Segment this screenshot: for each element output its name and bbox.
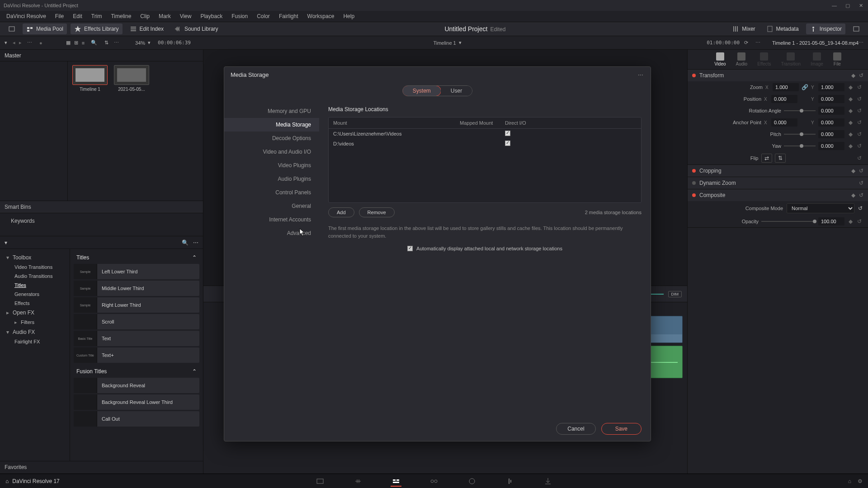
keyframe-icon[interactable]: ◆ bbox=[851, 192, 855, 198]
direct-io-checkbox[interactable] bbox=[505, 141, 510, 146]
side-control-panels[interactable]: Control Panels bbox=[224, 186, 319, 199]
smartbin-keywords[interactable]: Keywords bbox=[7, 216, 196, 226]
cat-fairlightfx[interactable]: Fairlight FX bbox=[3, 337, 67, 346]
effects-library-button[interactable]: Effects Library bbox=[71, 23, 122, 34]
title-item[interactable]: Scroll bbox=[74, 314, 199, 329]
menu-timeline[interactable]: Timeline bbox=[106, 13, 136, 19]
cat-toolbox[interactable]: ▾Toolbox bbox=[3, 253, 67, 263]
keyframe-icon[interactable]: ◆ bbox=[847, 84, 854, 90]
composite-mode-select[interactable]: Normal bbox=[787, 203, 854, 213]
minimize-icon[interactable]: — bbox=[832, 3, 837, 8]
cancel-button[interactable]: Cancel bbox=[556, 423, 595, 435]
prefs-tab-system[interactable]: System bbox=[402, 85, 441, 96]
cat-audiofx[interactable]: ▾Audio FX bbox=[3, 327, 67, 337]
inspector-tab-effects[interactable]: Effects bbox=[757, 52, 771, 66]
reset-icon[interactable]: ↺ bbox=[856, 84, 863, 90]
keyframe-icon[interactable]: ◆ bbox=[847, 96, 854, 102]
inspector-tab-video[interactable]: Video bbox=[714, 52, 726, 66]
pitch-input[interactable] bbox=[818, 130, 844, 138]
zoom-chevron-icon[interactable]: ▾ bbox=[148, 40, 151, 46]
reset-icon[interactable]: ↺ bbox=[856, 96, 863, 102]
title-item[interactable]: SampleRight Lower Third bbox=[74, 297, 199, 313]
close-icon[interactable]: ✕ bbox=[859, 3, 864, 8]
record-icon[interactable]: ● bbox=[39, 40, 42, 46]
reset-icon[interactable]: ↺ bbox=[859, 192, 863, 198]
cat-video-transitions[interactable]: Video Transitions bbox=[3, 263, 67, 272]
keyframe-icon[interactable]: ◆ bbox=[851, 168, 855, 174]
reset-icon[interactable]: ↺ bbox=[856, 218, 863, 225]
metadata-button[interactable]: Metadata bbox=[763, 23, 802, 34]
sound-library-button[interactable]: Sound Library bbox=[171, 23, 222, 34]
remove-button[interactable]: Remove bbox=[359, 207, 395, 217]
pos-y-input[interactable] bbox=[818, 95, 844, 103]
search-icon[interactable]: 🔍 bbox=[91, 40, 97, 46]
keyframe-icon[interactable]: ◆ bbox=[847, 143, 854, 149]
keyframe-icon[interactable]: ◆ bbox=[847, 108, 854, 114]
anchor-x-input[interactable] bbox=[771, 118, 797, 127]
cat-effects[interactable]: Effects bbox=[3, 299, 67, 308]
title-item[interactable]: Custom TitleText+ bbox=[74, 347, 199, 363]
inspector-tab-transition[interactable]: Transition bbox=[781, 52, 801, 66]
menu-fairlight[interactable]: Fairlight bbox=[274, 13, 303, 19]
side-memory-gpu[interactable]: Memory and GPU bbox=[224, 104, 319, 118]
settings-icon[interactable]: ⚙ bbox=[858, 478, 863, 484]
flip-h-button[interactable]: ⇄ bbox=[761, 154, 772, 163]
menu-file[interactable]: File bbox=[51, 13, 68, 19]
cropping-section-header[interactable]: Cropping◆↺ bbox=[688, 165, 868, 177]
menu-trim[interactable]: Trim bbox=[87, 13, 107, 19]
view-thumb-icon[interactable]: ▦ bbox=[66, 40, 71, 46]
cat-audio-transitions[interactable]: Audio Transitions bbox=[3, 272, 67, 281]
fusion-title-item[interactable]: Call Out bbox=[74, 411, 199, 427]
cat-openfx[interactable]: ▸Open FX bbox=[3, 308, 67, 318]
pos-x-input[interactable] bbox=[771, 95, 797, 103]
keyframe-icon[interactable]: ◆ bbox=[851, 72, 855, 79]
mixer-button[interactable]: Mixer bbox=[728, 23, 759, 34]
timeline-chevron-icon[interactable]: ▾ bbox=[459, 40, 462, 46]
flip-v-button[interactable]: ⇅ bbox=[775, 154, 786, 163]
rotation-slider[interactable] bbox=[784, 110, 816, 111]
expand-right-icon[interactable] bbox=[849, 23, 863, 34]
dim-button[interactable]: DIM bbox=[668, 291, 682, 297]
pitch-slider[interactable] bbox=[784, 134, 816, 135]
nav-prev-icon[interactable]: ◂ bbox=[13, 40, 15, 46]
fusion-titles-header[interactable]: Fusion Titles⌃ bbox=[74, 366, 199, 376]
clip-thumb-timeline[interactable]: Timeline 1 bbox=[71, 65, 108, 92]
storage-row[interactable]: D:\videos bbox=[329, 139, 641, 149]
zoom-y-input[interactable] bbox=[818, 83, 844, 91]
menu-davinci[interactable]: DaVinci Resolve bbox=[2, 13, 51, 19]
side-audio-plugins[interactable]: Audio Plugins bbox=[224, 172, 319, 186]
opacity-slider[interactable] bbox=[761, 221, 816, 222]
inspector-tab-audio[interactable]: Audio bbox=[736, 52, 748, 66]
viewer-zoom[interactable]: 34% bbox=[135, 40, 145, 46]
dynamic-zoom-section-header[interactable]: Dynamic Zoom↺ bbox=[688, 177, 868, 189]
expand-icon[interactable] bbox=[5, 23, 19, 34]
dialog-options-icon[interactable]: ⋯ bbox=[638, 72, 644, 78]
inspector-tab-file[interactable]: File bbox=[833, 52, 841, 66]
edit-index-button[interactable]: Edit Index bbox=[126, 23, 167, 34]
title-item[interactable]: SampleLeft Lower Third bbox=[74, 264, 199, 279]
reset-icon[interactable]: ↺ bbox=[858, 205, 863, 211]
keyframe-icon[interactable]: ◆ bbox=[847, 218, 854, 225]
menu-workspace[interactable]: Workspace bbox=[303, 13, 339, 19]
sort-icon[interactable]: ⇅ bbox=[104, 40, 108, 46]
bypass-icon[interactable]: ⟳ bbox=[744, 40, 748, 46]
keyframe-icon[interactable]: ◆ bbox=[847, 119, 854, 126]
side-video-audio-io[interactable]: Video and Audio I/O bbox=[224, 145, 319, 159]
nav-next-icon[interactable]: ▸ bbox=[19, 40, 22, 46]
reset-icon[interactable]: ↺ bbox=[859, 168, 863, 174]
fx-options-icon[interactable]: ⋯ bbox=[193, 239, 198, 246]
home-icon[interactable]: ⌂ bbox=[5, 478, 9, 484]
anchor-y-input[interactable] bbox=[818, 118, 844, 127]
reset-icon[interactable]: ↺ bbox=[856, 108, 863, 114]
reset-icon[interactable]: ↺ bbox=[856, 143, 863, 149]
title-item[interactable]: Basic TitleText bbox=[74, 331, 199, 346]
menu-clip[interactable]: Clip bbox=[136, 13, 154, 19]
menu-color[interactable]: Color bbox=[252, 13, 274, 19]
dropdown-icon[interactable]: ▾ bbox=[5, 40, 7, 46]
tab-fairlight[interactable] bbox=[505, 476, 515, 487]
project-manager-icon[interactable]: ⌂ bbox=[848, 478, 851, 484]
inspector-button[interactable]: Inspector bbox=[806, 23, 845, 34]
reset-icon[interactable]: ↺ bbox=[856, 131, 863, 137]
tab-cut[interactable] bbox=[353, 476, 363, 487]
timeline-name[interactable]: Timeline 1 bbox=[433, 40, 456, 46]
